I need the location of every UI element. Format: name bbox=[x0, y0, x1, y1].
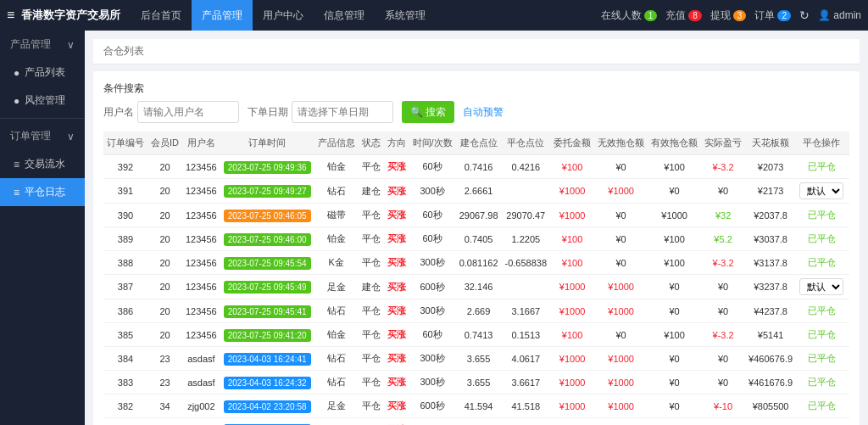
table-row: 382 34 zjg002 2023-04-02 23:20:58 足金 平仓 … bbox=[103, 394, 849, 418]
cell-status: 平仓 bbox=[359, 155, 384, 179]
cell-status: 平仓 bbox=[359, 323, 384, 347]
cell-direction: 买涨 bbox=[384, 394, 409, 418]
cell-ceiling: ¥806500 bbox=[745, 418, 796, 426]
cell-ceiling: ¥805500 bbox=[745, 394, 796, 418]
nav-item-home[interactable]: 后台首页 bbox=[131, 0, 192, 31]
cell-product: 铂金 bbox=[314, 155, 359, 179]
close-op-status: 已平仓 bbox=[808, 377, 836, 387]
auto-close-button[interactable]: 自动预警 bbox=[463, 105, 504, 120]
cell-order-time: 2023-04-03 16:24:41 bbox=[220, 347, 314, 371]
order-time-tag: 2023-07-25 09:45:49 bbox=[224, 281, 311, 294]
close-op-select[interactable]: 默认拒以已以全部全写 bbox=[799, 182, 843, 199]
th-invalid-amount: 无效拖仓额 bbox=[594, 131, 648, 155]
cell-commission: ¥1000 bbox=[550, 418, 594, 426]
refresh-icon[interactable]: ↻ bbox=[799, 8, 810, 22]
top-nav: ≡ 香港数字资产交易所 后台首页 产品管理 用户中心 信息管理 系统管理 在线人… bbox=[0, 0, 868, 31]
cell-close-price: 4.0617 bbox=[502, 347, 551, 371]
withdraw-badge: 3 bbox=[733, 10, 747, 21]
cell-product: 钻石 bbox=[314, 299, 359, 323]
cell-valid: ¥0 bbox=[648, 418, 701, 426]
cell-username: 123456 bbox=[182, 204, 220, 227]
cell-member-id: 20 bbox=[147, 155, 182, 179]
cell-product: K金 bbox=[314, 251, 359, 275]
trade-flow-icon: ≡ bbox=[14, 159, 19, 171]
cell-actual-pl: ¥0 bbox=[701, 371, 745, 394]
cell-member-id: 20 bbox=[147, 227, 182, 251]
cell-order-time: 2023-07-25 09:45:41 bbox=[220, 299, 314, 323]
cell-open-price: 32.146 bbox=[456, 275, 502, 299]
th-status: 状态 bbox=[359, 131, 384, 155]
nav-item-info[interactable]: 信息管理 bbox=[314, 0, 375, 31]
cell-order-id: 389 bbox=[103, 227, 147, 251]
admin-label[interactable]: 👤 admin bbox=[818, 9, 861, 21]
cell-ceiling: ¥5141 bbox=[745, 323, 796, 347]
online-count: 在线人数 1 bbox=[601, 8, 658, 23]
direction-tag: 买涨 bbox=[387, 161, 406, 171]
cell-order-time: 2023-07-25 09:46:05 bbox=[220, 204, 314, 227]
cell-time-count: 300秒 bbox=[409, 299, 456, 323]
close-op-status: 已平仓 bbox=[808, 400, 836, 411]
cell-order-id: 381 bbox=[103, 418, 147, 426]
cell-status: 平仓 bbox=[359, 204, 384, 227]
sidebar-item-risk[interactable]: ● 风控管理 bbox=[0, 87, 85, 115]
close-op-select[interactable]: 默认拒以已以全部全写 bbox=[799, 278, 843, 295]
th-commission: 委托金额 bbox=[550, 131, 594, 155]
cell-product: 足金 bbox=[314, 275, 359, 299]
cell-direction: 买涨 bbox=[384, 323, 409, 347]
cell-order-id: 391 bbox=[103, 179, 147, 204]
cell-detail: 查看删除 bbox=[847, 251, 849, 275]
cell-open-price: 29067.98 bbox=[456, 204, 502, 227]
cell-detail: 查看删除 bbox=[847, 371, 849, 394]
cell-time-count: 60秒 bbox=[409, 323, 456, 347]
close-log-icon: ≡ bbox=[14, 187, 19, 199]
cell-valid: ¥100 bbox=[648, 227, 701, 251]
search-button[interactable]: 🔍 搜索 bbox=[402, 101, 454, 123]
sidebar-item-product-list[interactable]: ● 产品列表 bbox=[0, 59, 85, 87]
cell-product: 钻石 bbox=[314, 371, 359, 394]
order-badge: 2 bbox=[777, 10, 791, 21]
nav-item-product[interactable]: 产品管理 bbox=[192, 0, 253, 31]
cell-close-op: 已平仓 bbox=[796, 299, 847, 323]
cell-direction: 买涨 bbox=[384, 204, 409, 227]
hamburger-icon[interactable]: ≡ bbox=[7, 8, 14, 23]
cell-close-price: 0.1513 bbox=[502, 323, 551, 347]
sidebar-section-product[interactable]: 产品管理 ∨ bbox=[0, 31, 85, 59]
nav-item-user[interactable]: 用户中心 bbox=[253, 0, 314, 31]
close-op-status: 已平仓 bbox=[808, 161, 836, 171]
cell-commission: ¥1000 bbox=[550, 179, 594, 204]
cell-time-count: 600秒 bbox=[409, 418, 456, 426]
cell-open-price: 3.655 bbox=[456, 371, 502, 394]
cell-direction: 买涨 bbox=[384, 155, 409, 179]
th-valid-amount: 有效拖仓额 bbox=[648, 131, 701, 155]
cell-order-id: 388 bbox=[103, 251, 147, 275]
cell-open-price: 0.7413 bbox=[456, 323, 502, 347]
sidebar-item-trade-flow[interactable]: ≡ 交易流水 bbox=[0, 150, 85, 178]
th-order-id: 订单编号 bbox=[103, 131, 147, 155]
cell-open-price: 41.594 bbox=[456, 418, 502, 426]
date-input[interactable] bbox=[292, 101, 393, 123]
logo: 香港数字资产交易所 bbox=[21, 8, 120, 23]
sidebar-item-close-log[interactable]: ≡ 平仓日志 bbox=[0, 178, 85, 206]
direction-tag: 买涨 bbox=[387, 282, 406, 292]
close-op-status: 已平仓 bbox=[808, 210, 836, 220]
order-time-tag: 2023-07-25 09:45:54 bbox=[224, 257, 311, 270]
cell-actual-pl: ¥-3.2 bbox=[701, 323, 745, 347]
username-field: 用户名 bbox=[103, 101, 239, 123]
cell-commission: ¥100 bbox=[550, 323, 594, 347]
cell-product: 铂金 bbox=[314, 227, 359, 251]
cell-close-price: 41.618 bbox=[502, 418, 551, 426]
withdraw-item: 提现 3 bbox=[710, 8, 747, 23]
cell-close-price bbox=[502, 275, 551, 299]
breadcrumb: 合仓列表 bbox=[93, 39, 860, 64]
cell-ceiling: ¥2073 bbox=[745, 155, 796, 179]
cell-member-id: 23 bbox=[147, 347, 182, 371]
sidebar-section-order[interactable]: 订单管理 ∨ bbox=[0, 122, 85, 150]
cell-close-price: 0.4216 bbox=[502, 155, 551, 179]
th-member-id: 会员ID bbox=[147, 131, 182, 155]
username-input[interactable] bbox=[137, 101, 239, 123]
nav-item-system[interactable]: 系统管理 bbox=[375, 0, 436, 31]
cell-detail: 查看删除 bbox=[847, 347, 849, 371]
cell-actual-pl: ¥0 bbox=[701, 179, 745, 204]
online-label: 在线人数 bbox=[601, 8, 642, 23]
cell-status: 建仓 bbox=[359, 275, 384, 299]
